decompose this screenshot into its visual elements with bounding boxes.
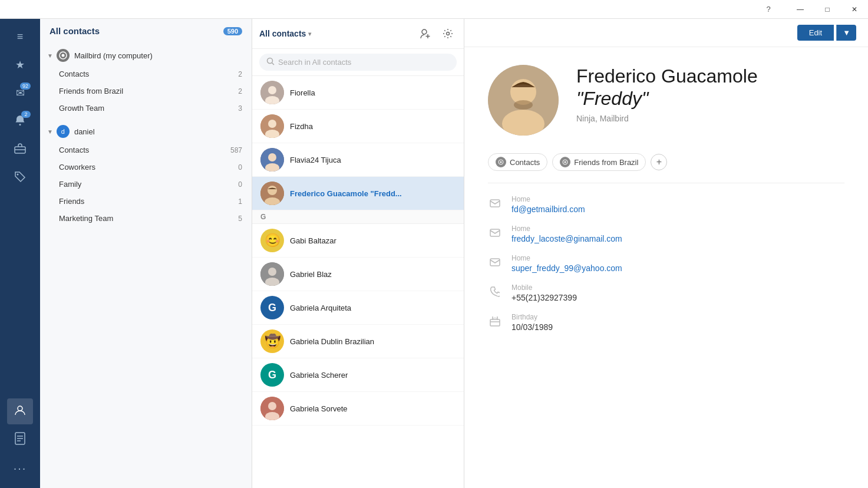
contact-item-flavia[interactable]: Flavia24 Tijuca bbox=[252, 143, 464, 177]
title-bar: ? — □ ✕ bbox=[0, 0, 868, 19]
contact-name-flavia: Flavia24 Tijuca bbox=[290, 156, 341, 164]
group-item-friends-brazil[interactable]: Friends from Brazil 2 bbox=[40, 83, 252, 100]
letter-divider-g: G bbox=[252, 210, 464, 224]
account-daniel: ▼ d daniel Contacts 587 Coworkers 0 Fami… bbox=[40, 119, 252, 229]
contacts-list-title[interactable]: All contacts ▾ bbox=[259, 29, 311, 38]
contact-first-name: Gabriela bbox=[290, 371, 321, 380]
contact-item-frederico[interactable]: Frederico Guacamole "Fredd... bbox=[252, 177, 464, 210]
contact-item-gabriela-d[interactable]: 🤠 Gabriela Dublin Brazilian bbox=[252, 325, 464, 358]
contacts-list-header: All contacts ▾ bbox=[252, 19, 464, 49]
sidebar-bottom-icons: ··· bbox=[7, 398, 33, 488]
contact-name-gabriel: Gabriel Blaz bbox=[290, 270, 332, 279]
field-value-phone[interactable]: +55(21)32927399 bbox=[511, 293, 844, 302]
contact-big-avatar bbox=[488, 65, 559, 136]
email-icon-1 bbox=[488, 196, 502, 210]
detail-panel: Edit ▼ Frederico Guacamole "Freddy" bbox=[464, 19, 868, 488]
field-value-email-1[interactable]: fd@getmailbird.com bbox=[511, 205, 844, 214]
group-contacts-icon bbox=[496, 157, 506, 167]
contact-last-name: Sorvete bbox=[321, 404, 348, 413]
group-tag-friends-brazil[interactable]: Friends from Brazil bbox=[552, 153, 646, 171]
contact-item-gabriela-s[interactable]: G Gabriela Scherer bbox=[252, 358, 464, 392]
contact-name-fizdha: Fizdha bbox=[290, 122, 313, 131]
groups-panel-header: All contacts 590 bbox=[40, 19, 252, 43]
sidebar-icon-more[interactable]: ··· bbox=[7, 455, 33, 481]
field-label: Home bbox=[511, 195, 844, 203]
group-count-label: 5 bbox=[238, 215, 242, 223]
app-body: ≡ ★ ✉ 92 2 bbox=[0, 19, 868, 488]
avatar-gabriel bbox=[260, 262, 284, 286]
contact-first-name: Gabi bbox=[290, 236, 308, 245]
settings-button[interactable] bbox=[439, 25, 457, 42]
help-button[interactable]: ? bbox=[755, 0, 782, 19]
contact-subtitle: Ninja, Mailbird bbox=[576, 114, 844, 123]
contact-first-name: Gabriela bbox=[290, 304, 321, 312]
edit-button[interactable]: Edit bbox=[797, 25, 834, 41]
field-content-email-3: Home super_freddy_99@yahoo.com bbox=[511, 254, 844, 273]
search-input[interactable] bbox=[278, 58, 450, 67]
avatar-gabriela-so bbox=[260, 397, 284, 420]
add-group-button[interactable]: + bbox=[651, 154, 667, 170]
account-mailbird-header[interactable]: ▼ Mailbird (my computer) bbox=[40, 45, 252, 65]
group-item-daniel-contacts[interactable]: Contacts 587 bbox=[40, 141, 252, 159]
svg-point-30 bbox=[268, 268, 276, 276]
group-item-family[interactable]: Family 0 bbox=[40, 176, 252, 193]
search-input-wrap[interactable] bbox=[259, 54, 457, 71]
avatar-fiorella bbox=[260, 81, 284, 104]
group-item-coworkers[interactable]: Coworkers 0 bbox=[40, 159, 252, 176]
field-content-phone: Mobile +55(21)32927399 bbox=[511, 283, 844, 302]
maximize-button[interactable]: □ bbox=[814, 0, 841, 19]
sidebar-icon-document[interactable] bbox=[7, 427, 33, 453]
edit-dropdown-button[interactable]: ▼ bbox=[836, 25, 856, 41]
contact-nickname: "Freddy" bbox=[576, 88, 648, 109]
icon-sidebar: ≡ ★ ✉ 92 2 bbox=[0, 19, 40, 488]
field-label: Birthday bbox=[511, 313, 844, 321]
dropdown-arrow-icon: ▾ bbox=[308, 31, 311, 37]
field-value-email-3[interactable]: super_freddy_99@yahoo.com bbox=[511, 263, 844, 273]
group-item-friends[interactable]: Friends 1 bbox=[40, 193, 252, 210]
contact-first-name: Flavia24 bbox=[290, 156, 321, 164]
sidebar-icon-hamburger[interactable]: ≡ bbox=[7, 24, 33, 50]
contact-name-text: Frederico Guacamole bbox=[576, 65, 758, 87]
sidebar-icon-star[interactable]: ★ bbox=[7, 52, 33, 78]
header-actions bbox=[417, 25, 457, 42]
search-box bbox=[252, 49, 464, 76]
group-name-label: Contacts bbox=[59, 146, 230, 154]
contact-item-gabi[interactable]: 😊 Gabi Baltazar bbox=[252, 224, 464, 258]
group-item-mailbird-contacts[interactable]: Contacts 2 bbox=[40, 65, 252, 83]
group-item-marketing-team[interactable]: Marketing Team 5 bbox=[40, 210, 252, 227]
contact-name-gabriela-d: Gabriela Dublin Brazilian bbox=[290, 337, 374, 346]
field-label: Home bbox=[511, 225, 844, 233]
sidebar-icon-briefcase[interactable] bbox=[7, 137, 33, 163]
group-count-label: 1 bbox=[238, 197, 242, 206]
contact-item-gabriel[interactable]: Gabriel Blaz bbox=[252, 258, 464, 291]
contacts-list-panel: All contacts ▾ bbox=[252, 19, 464, 488]
sidebar-icon-tag[interactable] bbox=[7, 165, 33, 191]
sidebar-icon-mail[interactable]: ✉ 92 bbox=[7, 80, 33, 106]
group-item-growth-team[interactable]: Growth Team 3 bbox=[40, 100, 252, 117]
group-name-label: Coworkers bbox=[59, 163, 238, 172]
contact-last-name: Scherer bbox=[321, 371, 348, 380]
contact-item-gabriela-so[interactable]: Gabriela Sorvete bbox=[252, 392, 464, 426]
contact-full-name: Frederico Guacamole "Freddy" bbox=[576, 65, 844, 110]
group-tag-contacts[interactable]: Contacts bbox=[488, 153, 547, 171]
field-content-email-2: Home freddy_lacoste@ginamail.com bbox=[511, 225, 844, 243]
svg-rect-43 bbox=[490, 200, 500, 207]
account-daniel-header[interactable]: ▼ d daniel bbox=[40, 121, 252, 141]
field-value-email-2[interactable]: freddy_lacoste@ginamail.com bbox=[511, 234, 844, 243]
field-content-birthday: Birthday 10/03/1989 bbox=[511, 313, 844, 332]
contact-last-name: Tijuca bbox=[321, 156, 341, 164]
contacts-list-title-text: All contacts bbox=[259, 29, 306, 38]
contacts-scroll[interactable]: Fiorella Fizdha bbox=[252, 76, 464, 488]
contact-item-gabriela-a[interactable]: G Gabriela Arquiteta bbox=[252, 291, 464, 325]
close-button[interactable]: ✕ bbox=[841, 0, 868, 19]
contact-item-fiorella[interactable]: Fiorella bbox=[252, 76, 464, 110]
add-contact-button[interactable] bbox=[417, 25, 434, 42]
group-count-label: 2 bbox=[238, 87, 242, 95]
contact-name-gabriela-a: Gabriela Arquiteta bbox=[290, 304, 351, 312]
sidebar-icon-notification[interactable]: 2 bbox=[7, 108, 33, 134]
minimize-button[interactable]: — bbox=[787, 0, 814, 19]
groups-count-badge: 590 bbox=[223, 27, 242, 35]
contact-detail-info: Frederico Guacamole "Freddy" Ninja, Mail… bbox=[576, 65, 844, 123]
sidebar-icon-contacts[interactable] bbox=[7, 398, 33, 424]
contact-item-fizdha[interactable]: Fizdha bbox=[252, 110, 464, 143]
